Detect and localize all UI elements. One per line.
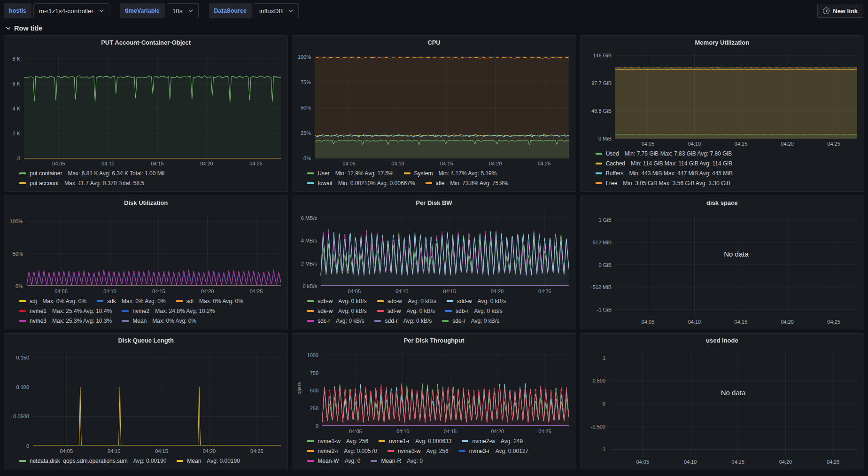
legend: nvme1-wAvg: 256nvme1-rAvg: 0.000633nvme2… xyxy=(296,436,572,466)
series-color-swatch xyxy=(447,300,453,302)
panel-title[interactable]: Disk Utilization xyxy=(124,199,168,206)
legend-item[interactable]: sdc-wAvg: 0 kB/s xyxy=(377,298,436,304)
panel-header[interactable]: CPU xyxy=(292,36,575,49)
legend-row: CachedMin: 114 GiB Max: 114 GiB Avg: 114… xyxy=(596,158,860,168)
panel-header[interactable]: Disk Queue Length xyxy=(4,334,287,347)
svg-text:04:25: 04:25 xyxy=(539,429,552,434)
legend-item[interactable]: SystemMin: 4.17% Avg: 5.19% xyxy=(404,170,497,177)
svg-text:1 GiB: 1 GiB xyxy=(598,217,612,223)
series-color-swatch xyxy=(122,310,129,312)
series-name: System xyxy=(414,170,433,177)
series-name: sdb-r xyxy=(456,308,468,314)
svg-text:8 K: 8 K xyxy=(12,56,20,62)
time-series-chart[interactable]: 02 K4 K6 K8 K04:0504:1004:1504:2004:25 xyxy=(8,49,284,168)
panel-title[interactable]: disk space xyxy=(706,199,738,206)
panel-body: 0%25%50%75%100%04:0504:1004:1504:2004:25… xyxy=(292,49,575,191)
series-stats: Avg: 0 kB/s xyxy=(336,318,364,324)
legend-row: IowaitMin: 0.00210% Avg: 0.00667%idleMin… xyxy=(307,178,572,188)
time-series-chart[interactable]: 00.05000.1000.15004:0504:1004:1504:2004:… xyxy=(8,347,284,455)
row-title-toggle[interactable]: Row title xyxy=(0,21,42,35)
legend-item[interactable]: sde-rAvg: 0 kB/s xyxy=(442,318,499,324)
legend-item[interactable]: nvme2-rAvg: 0.00570 xyxy=(307,448,377,454)
panel-title[interactable]: Per Disk BW xyxy=(416,199,452,206)
series-name: nvme1-r xyxy=(389,438,410,445)
panel-title[interactable]: PUT Account-Container-Object xyxy=(101,39,191,46)
legend-item[interactable]: CachedMin: 114 GiB Max: 114 GiB Avg: 114… xyxy=(596,160,732,167)
svg-text:-1: -1 xyxy=(601,446,605,452)
legend-item[interactable]: sdb-wAvg: 0 kB/s xyxy=(307,298,367,304)
legend-item[interactable]: MeanAvg: 0.00190 xyxy=(177,458,240,464)
legend-item[interactable]: sdd-wAvg: 0 kB/s xyxy=(447,298,506,304)
time-series-chart[interactable]: 0%50%100%04:0504:1004:1504:2004:25 xyxy=(8,209,284,296)
series-color-swatch xyxy=(307,440,314,442)
legend-item[interactable]: nvme3-rAvg: 0.00127 xyxy=(459,448,529,454)
svg-text:04:20: 04:20 xyxy=(203,448,216,454)
panel-header[interactable]: Memory Utilization xyxy=(581,36,864,49)
series-stats: Avg: 0 kB/s xyxy=(471,318,499,324)
legend-item[interactable]: MeanMax: 0% Avg: 0% xyxy=(122,318,196,324)
legend-item[interactable]: nvme3-wAvg: 256 xyxy=(388,448,449,454)
panel-title[interactable]: CPU xyxy=(427,39,440,46)
time-series-chart[interactable]: 10.5000-0.500-104:0504:1004:1504:2004:25… xyxy=(584,347,860,466)
series-name: sdd-w xyxy=(457,298,472,304)
legend-item[interactable]: sdlMax: 0% Avg: 0% xyxy=(176,298,243,304)
panel-title[interactable]: Disk Queue Length xyxy=(118,337,173,344)
series-stats: Avg: 0.00570 xyxy=(344,448,377,454)
variable-value-timevariable[interactable]: 10s xyxy=(167,3,199,18)
series-stats: Avg: 256 xyxy=(426,448,449,454)
legend-row: FreeMin: 3.05 GiB Max: 3.56 GiB Avg: 3.3… xyxy=(596,178,860,188)
legend-item[interactable]: FreeMin: 3.05 GiB Max: 3.56 GiB Avg: 3.3… xyxy=(596,180,730,187)
series-color-swatch xyxy=(388,450,394,452)
panel-header[interactable]: Per Disk Throughput xyxy=(292,334,575,347)
panel-header[interactable]: used inode xyxy=(581,334,864,347)
svg-text:04:15: 04:15 xyxy=(444,429,457,434)
legend-item[interactable]: put containerMax: 6.81 K Avg: 6.34 K Tot… xyxy=(19,170,164,177)
panel-header[interactable]: Per Disk BW xyxy=(292,196,575,209)
panel-title[interactable]: used inode xyxy=(706,337,738,344)
legend-item[interactable]: sdkMax: 0% Avg: 0% xyxy=(97,298,166,304)
panel-used-inode: used inode10.5000-0.500-104:0504:1004:15… xyxy=(580,333,864,469)
variable-value-hostis[interactable]: m-r1z1s4-controller xyxy=(33,3,109,18)
legend-item[interactable]: nvme1-rAvg: 0.000633 xyxy=(379,438,451,445)
time-series-chart[interactable]: 0%25%50%75%100%04:0504:1004:1504:2004:25 xyxy=(296,49,572,168)
panel-header[interactable]: disk space xyxy=(581,196,864,209)
series-color-swatch xyxy=(379,440,385,442)
legend-item[interactable]: nvme1-wAvg: 256 xyxy=(307,438,368,445)
new-link-button[interactable]: i New link xyxy=(817,4,863,18)
legend-item[interactable]: BuffersMin: 443 MiB Max: 447 MiB Avg: 44… xyxy=(596,170,733,177)
panel-disk-utilization: Disk Utilization0%50%100%04:0504:1004:15… xyxy=(4,195,288,329)
legend-item[interactable]: nvme2Max: 24.8% Avg: 10.2% xyxy=(122,308,215,314)
legend-item[interactable]: sde-wAvg: 0 kB/s xyxy=(307,308,367,314)
svg-text:04:25: 04:25 xyxy=(250,289,263,294)
variable-value-datasource[interactable]: influxDB xyxy=(254,3,299,18)
legend-item[interactable]: sdd-rAvg: 0 kB/s xyxy=(374,318,432,324)
panel-header[interactable]: Disk Utilization xyxy=(4,196,287,209)
legend-item[interactable]: sdc-rAvg: 0 kB/s xyxy=(307,318,364,324)
panel-title[interactable]: Memory Utilization xyxy=(695,39,750,46)
series-color-swatch xyxy=(122,320,129,322)
legend-item[interactable]: IowaitMin: 0.00210% Avg: 0.00667% xyxy=(307,180,415,187)
legend-item[interactable]: nvme2-wAvg: 249 xyxy=(462,438,523,445)
legend-item[interactable]: UsedMin: 7.75 GiB Max: 7.83 GiB Avg: 7.8… xyxy=(596,150,732,157)
legend-item[interactable]: sdb-rAvg: 0 kB/s xyxy=(445,308,503,314)
time-series-chart[interactable]: 1 GiB512 MiB0 GiB-512 MiB-1 GiB04:0504:1… xyxy=(584,209,860,326)
svg-text:100%: 100% xyxy=(10,218,23,224)
legend-item[interactable]: UserMin: 12.9% Avg: 17.5% xyxy=(307,170,393,177)
panel-header[interactable]: PUT Account-Container-Object xyxy=(4,36,287,49)
legend: sdb-wAvg: 0 kB/ssdc-wAvg: 0 kB/ssdd-wAvg… xyxy=(296,296,572,326)
time-series-chart[interactable]: 0 kB/s2 MB/s4 MB/s6 MB/s04:0504:1004:150… xyxy=(296,209,572,296)
svg-text:04:10: 04:10 xyxy=(103,289,116,294)
legend-item[interactable]: put accountMax: 11.7 Avg: 0.370 Total: 5… xyxy=(19,180,144,187)
legend-item[interactable]: Mean-RAvg: 0 xyxy=(371,458,423,464)
legend-item[interactable]: sdjMax: 0% Avg: 0% xyxy=(19,298,86,304)
time-series-chart[interactable]: 0250500750100004:0504:1004:1504:2004:25o… xyxy=(296,347,572,436)
legend-item[interactable]: nvme3Max: 25.3% Avg: 10.3% xyxy=(19,318,112,324)
legend-item[interactable]: Mean-WAvg: 0 xyxy=(307,458,360,464)
legend-item[interactable]: netdata.disk_qops.sdm.operations.sumAvg:… xyxy=(19,458,166,464)
panel-title[interactable]: Per Disk Throughput xyxy=(404,337,465,344)
series-color-swatch xyxy=(307,320,314,322)
legend-item[interactable]: idleMin: 73.8% Avg: 75.9% xyxy=(426,180,509,187)
time-series-chart[interactable]: 0 MiB48.8 GiB97.7 GiB146 GiB04:0504:1004… xyxy=(584,49,860,148)
legend-item[interactable]: sdf-wAvg: 0 kB/s xyxy=(377,308,435,314)
legend-item[interactable]: nvme1Max: 25.4% Avg: 10.4% xyxy=(19,308,112,314)
